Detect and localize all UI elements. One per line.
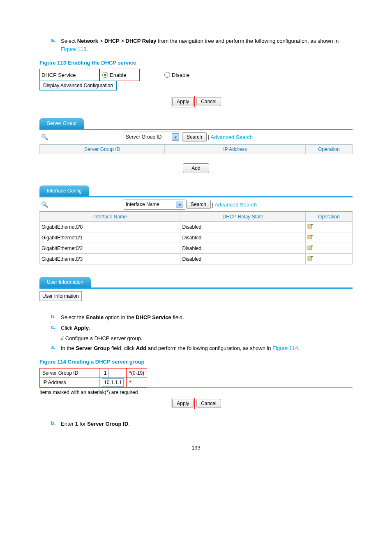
chevron-down-icon-2[interactable]: ▾ bbox=[176, 201, 183, 208]
figure-link-113[interactable]: Figure 113 bbox=[61, 46, 86, 52]
list-b-bullet: b. bbox=[39, 313, 61, 322]
server-group-id-hint: (0-19) bbox=[131, 370, 144, 376]
cell-relay-state: Disabled bbox=[180, 254, 305, 264]
radio-disable[interactable]: Disable bbox=[164, 72, 189, 78]
chevron-down-icon[interactable]: ▾ bbox=[172, 133, 179, 141]
search-button-1[interactable]: Search bbox=[182, 132, 207, 141]
radio-disable-dot[interactable] bbox=[164, 72, 170, 78]
svg-rect-3 bbox=[308, 257, 312, 260]
list-b2-bullet: b. bbox=[39, 420, 61, 428]
interface-table: Interface Name DHCP Relay State Operatio… bbox=[39, 212, 353, 264]
table-row: GigabitEthernet0/1Disabled bbox=[40, 232, 353, 243]
tab-server-group[interactable]: Server Group bbox=[39, 118, 84, 129]
edit-icon[interactable] bbox=[307, 223, 314, 229]
required-asterisk-2: * bbox=[129, 380, 131, 385]
svg-rect-0 bbox=[308, 225, 312, 228]
search-field-label-2: Interface Name bbox=[126, 202, 159, 207]
step-a-text: Select Network > DHCP > DHCP Relay from … bbox=[61, 37, 353, 53]
cell-interface-name: GigabitEthernet0/0 bbox=[40, 222, 180, 232]
radio-enable-dot[interactable] bbox=[102, 72, 108, 78]
required-note: Items marked with an asterisk(*) are req… bbox=[39, 389, 353, 395]
figure-link-114[interactable]: Figure 114 bbox=[272, 345, 298, 351]
table-row: GigabitEthernet0/2Disabled bbox=[40, 243, 353, 254]
svg-rect-1 bbox=[308, 235, 312, 239]
tab-user-information[interactable]: User Information bbox=[39, 277, 91, 287]
edit-icon[interactable] bbox=[307, 245, 314, 250]
cell-relay-state: Disabled bbox=[180, 232, 305, 243]
radio-enable[interactable]: Enable bbox=[99, 69, 140, 81]
list-a-bullet: a. bbox=[39, 37, 61, 53]
figure-114-caption: Figure 114 Creating a DHCP server group bbox=[39, 359, 353, 365]
search-field-select-1[interactable]: Server Group ID ▾ bbox=[124, 132, 181, 142]
ip-address-input[interactable]: 10.1.1.1 bbox=[102, 378, 124, 387]
server-group-id-input[interactable]: 1 bbox=[102, 369, 109, 377]
dhcp-service-label: DHCP Service bbox=[39, 69, 99, 81]
cell-interface-name: GigabitEthernet0/3 bbox=[40, 254, 180, 264]
list-a2-bullet: a. bbox=[39, 344, 61, 352]
col-ip-address: IP Address bbox=[165, 145, 305, 154]
cell-interface-name: GigabitEthernet0/2 bbox=[40, 243, 180, 254]
cell-interface-name: GigabitEthernet0/1 bbox=[40, 232, 180, 243]
page-number: 193 bbox=[39, 445, 353, 451]
svg-rect-2 bbox=[308, 246, 312, 250]
col-relay-state: DHCP Relay State bbox=[180, 212, 305, 222]
search-icon-2: 🔍 bbox=[39, 201, 50, 208]
col-server-group-id: Server Group ID bbox=[40, 145, 165, 154]
cell-relay-state: Disabled bbox=[180, 222, 305, 232]
cancel-button-1[interactable]: Cancel bbox=[196, 97, 221, 106]
step-note: # Configure a DHCP server group. bbox=[39, 334, 353, 343]
list-c-bullet: c. bbox=[39, 324, 61, 332]
form-label-server-group-id: Server Group ID bbox=[40, 368, 99, 378]
search-field-label-1: Server Group ID bbox=[126, 134, 161, 140]
apply-button-2[interactable]: Apply bbox=[172, 399, 194, 408]
add-button[interactable]: Add bbox=[183, 163, 209, 173]
col-operation-1: Operation bbox=[305, 145, 352, 154]
search-button-2[interactable]: Search bbox=[186, 200, 211, 209]
server-group-table: Server Group ID IP Address Operation bbox=[39, 144, 353, 154]
edit-icon[interactable] bbox=[307, 255, 314, 261]
col-interface-name: Interface Name bbox=[40, 212, 180, 222]
step-a2-text: In the Server Group field, click Add and… bbox=[61, 344, 353, 352]
advanced-search-link-2[interactable]: Advanced Search bbox=[214, 202, 257, 208]
user-information-button[interactable]: User Information bbox=[39, 291, 82, 301]
step-b-text: Select the Enable option in the DHCP Ser… bbox=[61, 313, 353, 322]
table-row: GigabitEthernet0/3Disabled bbox=[40, 254, 353, 264]
apply-button-1[interactable]: Apply bbox=[172, 97, 194, 106]
search-icon-1: 🔍 bbox=[39, 134, 50, 140]
cancel-button-2[interactable]: Cancel bbox=[196, 399, 221, 408]
cell-relay-state: Disabled bbox=[180, 243, 305, 254]
table-row: GigabitEthernet0/0Disabled bbox=[40, 222, 353, 232]
step-b2-text: Enter 1 for Server Group ID. bbox=[61, 420, 353, 428]
advanced-search-link-1[interactable]: Advanced Search bbox=[210, 134, 253, 140]
col-operation-2: Operation bbox=[305, 212, 352, 222]
radio-enable-label: Enable bbox=[110, 72, 126, 78]
radio-disable-label: Disable bbox=[172, 72, 189, 78]
figure-113-caption: Figure 113 Enabling the DHCP service bbox=[39, 60, 353, 66]
tab-interface-config[interactable]: Interface Config bbox=[39, 185, 89, 196]
display-advanced-button[interactable]: Display Advanced Configuration bbox=[39, 81, 117, 90]
step-c-text: Click Apply. bbox=[61, 324, 353, 332]
form-label-ip-address: IP Address bbox=[40, 378, 99, 387]
edit-icon[interactable] bbox=[307, 234, 314, 240]
search-field-select-2[interactable]: Interface Name ▾ bbox=[124, 199, 185, 210]
